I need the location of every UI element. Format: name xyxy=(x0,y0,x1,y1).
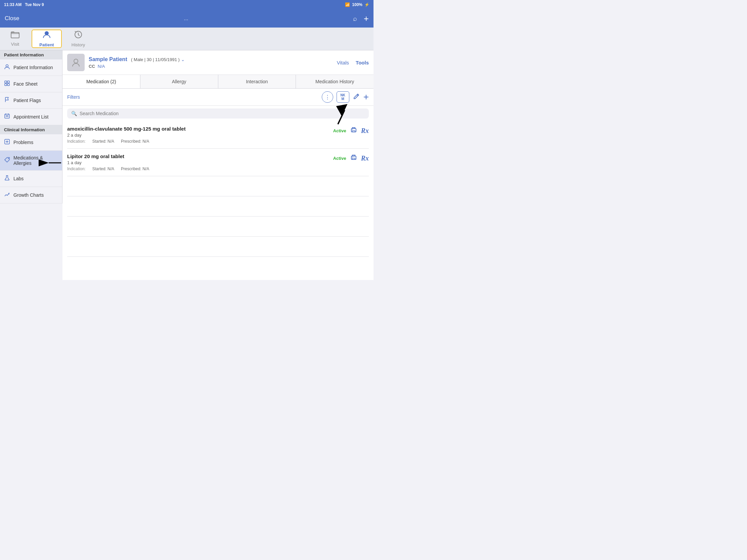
filters-button[interactable]: Filters xyxy=(67,94,80,100)
nkm-button[interactable]: NKM xyxy=(337,91,349,103)
patient-flags-label: Patient Flags xyxy=(14,98,41,103)
patient-demographics-text: ( Male | 30 | 11/05/1991 ) xyxy=(131,57,180,62)
svg-line-21 xyxy=(357,95,358,96)
med-item-actions-1: Active Rx xyxy=(333,126,369,136)
sidebar-item-problems[interactable]: Problems xyxy=(0,134,62,151)
vitals-button[interactable]: Vitals xyxy=(337,60,349,65)
patient-cc-row: CC xyxy=(89,64,333,69)
patient-name: Sample Patient xyxy=(89,56,127,62)
tag-icon xyxy=(4,157,10,164)
add-icon[interactable]: + xyxy=(364,14,369,24)
med-status-1: Active xyxy=(333,128,346,133)
sub-tab-allergy[interactable]: Allergy xyxy=(140,75,218,88)
search-icon[interactable]: ⌕ xyxy=(353,15,357,23)
add-medication-button[interactable]: + xyxy=(363,92,369,102)
med-indication-2: Indication: xyxy=(67,166,86,171)
sidebar-item-labs[interactable]: Labs xyxy=(0,170,62,187)
med-toolbar: Filters ⋮ NKM + xyxy=(62,89,374,106)
visit-tab-label: Visit xyxy=(11,42,19,47)
rx-button-2[interactable]: Rx xyxy=(361,155,369,162)
patient-tab-label: Patient xyxy=(39,42,54,47)
flask-icon xyxy=(4,175,10,182)
patient-information-label: Patient Information xyxy=(14,65,53,70)
sub-tab-medication[interactable]: Medication (2) xyxy=(62,75,140,88)
med-started-1: Started: N/A xyxy=(93,139,114,144)
sidebar: Patient Information Patient Information xyxy=(0,50,62,204)
edit-button[interactable] xyxy=(353,93,360,102)
grid-icon xyxy=(4,80,10,88)
sidebar-item-growth-charts[interactable]: Growth Charts xyxy=(0,187,62,204)
search-medication-input[interactable] xyxy=(80,111,365,116)
med-started-2: Started: N/A xyxy=(93,166,114,171)
labs-label: Labs xyxy=(14,176,24,181)
chart-icon xyxy=(4,191,10,199)
status-time: 11:33 AM Tue Nov 9 xyxy=(4,2,44,7)
cc-label: CC xyxy=(89,64,95,69)
status-bar: 11:33 AM Tue Nov 9 📶 100% ⚡ xyxy=(0,0,374,9)
svg-rect-6 xyxy=(5,84,7,86)
sidebar-item-patient-flags[interactable]: Patient Flags xyxy=(0,92,62,109)
patient-info: Sample Patient ( Male | 30 | 11/05/1991 … xyxy=(89,56,333,69)
nkm-label: NKM xyxy=(340,93,345,101)
main-layout: Patient Information Patient Information xyxy=(0,50,374,280)
empty-row-2 xyxy=(67,196,369,217)
svg-rect-5 xyxy=(7,81,9,83)
patient-photo xyxy=(67,54,85,71)
print-button-1[interactable] xyxy=(350,126,358,136)
svg-rect-8 xyxy=(5,114,9,118)
medication-list: amoxicillin-clavulanate 500 mg-125 mg or… xyxy=(62,121,374,280)
med-item-row-2: Lipitor 20 mg oral tablet 1 a day Indica… xyxy=(67,154,369,171)
cc-input[interactable] xyxy=(98,64,333,69)
sub-tab-interaction[interactable]: Interaction xyxy=(218,75,296,88)
svg-point-1 xyxy=(45,31,48,35)
chevron-down-icon[interactable]: ⌄ xyxy=(181,57,185,62)
plus-square-icon xyxy=(4,139,10,146)
sidebar-item-patient-information[interactable]: Patient Information xyxy=(0,59,62,76)
print-button-2[interactable] xyxy=(350,154,358,163)
patient-header: Sample Patient ( Male | 30 | 11/05/1991 … xyxy=(62,50,374,75)
top-dots: … xyxy=(184,16,190,21)
sidebar-item-medications-allergies[interactable]: Medications & Allergies xyxy=(0,151,62,170)
more-icon: ⋮ xyxy=(325,94,330,100)
svg-rect-7 xyxy=(7,84,9,86)
med-prescribed-1: Prescribed: N/A xyxy=(121,139,149,144)
tab-visit[interactable]: Visit xyxy=(0,28,30,50)
sub-tabs: Medication (2) Allergy Interaction Medic… xyxy=(62,75,374,89)
tab-patient[interactable]: Patient xyxy=(31,30,62,48)
tab-history[interactable]: History xyxy=(63,28,93,50)
med-name-2: Lipitor 20 mg oral tablet xyxy=(67,154,333,159)
patient-name-row: Sample Patient ( Male | 30 | 11/05/1991 … xyxy=(89,56,333,62)
med-item-row-1: amoxicillin-clavulanate 500 mg-125 mg or… xyxy=(67,126,369,144)
tools-button[interactable]: Tools xyxy=(356,60,369,65)
sub-tab-medication-history[interactable]: Medication History xyxy=(296,75,374,88)
patient-info-section-header: Patient Information xyxy=(0,50,62,59)
svg-rect-4 xyxy=(5,81,7,83)
visit-icon xyxy=(11,31,20,40)
more-options-button[interactable]: ⋮ xyxy=(322,91,333,103)
sidebar-item-face-sheet[interactable]: Face Sheet xyxy=(0,76,62,92)
med-item-details-2: Lipitor 20 mg oral tablet 1 a day Indica… xyxy=(67,154,333,171)
patient-icon xyxy=(42,30,51,41)
close-button[interactable]: Close xyxy=(5,15,19,22)
battery-icon: ⚡ xyxy=(364,2,369,7)
svg-rect-26 xyxy=(352,158,355,159)
med-indication-1: Indication: xyxy=(67,139,86,144)
patient-demographics xyxy=(129,57,130,62)
flag-icon xyxy=(4,97,10,104)
med-status-2: Active xyxy=(333,156,346,161)
problems-label: Problems xyxy=(14,140,33,145)
face-sheet-label: Face Sheet xyxy=(14,81,37,87)
empty-row-1 xyxy=(67,176,369,196)
person-icon xyxy=(4,64,10,71)
med-prescribed-2: Prescribed: N/A xyxy=(121,166,149,171)
rx-button-1[interactable]: Rx xyxy=(361,127,369,135)
list-icon xyxy=(4,113,10,121)
med-name-1: amoxicillin-clavulanate 500 mg-125 mg or… xyxy=(67,126,333,132)
med-item-details-1: amoxicillin-clavulanate 500 mg-125 mg or… xyxy=(67,126,333,144)
wifi-icon: 📶 xyxy=(345,2,350,7)
battery-label: 100% xyxy=(352,2,362,7)
med-dosage-2: 1 a day xyxy=(67,160,333,165)
history-tab-label: History xyxy=(72,42,85,47)
patient-header-actions: Vitals Tools xyxy=(337,60,369,65)
sidebar-item-appointment-list[interactable]: Appointment List xyxy=(0,109,62,125)
